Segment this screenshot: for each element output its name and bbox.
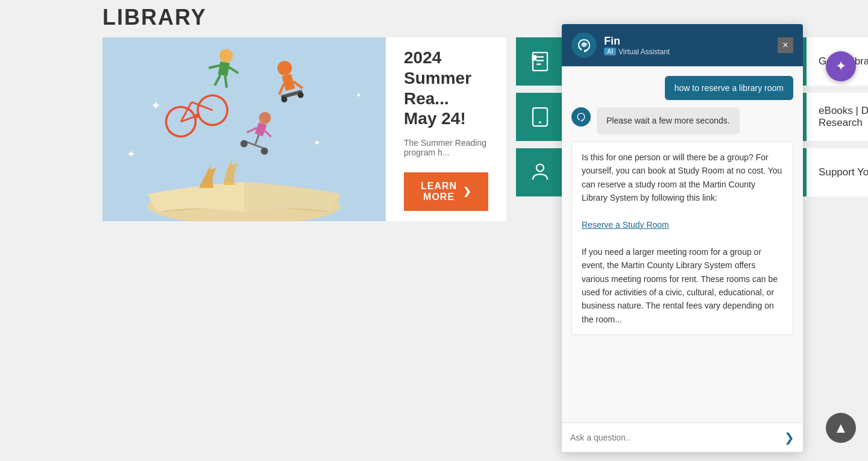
- chatbot-input-area: ❯: [562, 422, 803, 452]
- bot-wait-message: Please wait a few more seconds.: [597, 107, 740, 134]
- scroll-to-top-button[interactable]: ▲: [826, 413, 856, 443]
- bot-long-response: Is this for one person or will there be …: [571, 142, 793, 335]
- hero-subtitle: The Summer Reading program h...: [404, 138, 488, 157]
- learn-more-button[interactable]: LEARN MORE ❯: [404, 172, 488, 211]
- svg-text:✦: ✦: [127, 148, 136, 160]
- support-library-label: Support Your Library: [807, 166, 868, 178]
- hero-section: ✦ ✦ ✦ ✦ 2024 Summer Rea...May 24! The Su…: [102, 37, 506, 221]
- svg-text:✦: ✦: [151, 99, 161, 112]
- chatbot-info: Fin AI Virtual Assistant: [604, 35, 770, 56]
- chatbot-send-button[interactable]: ❯: [784, 430, 794, 445]
- chatbot-avatar: [571, 33, 597, 58]
- chatbot-panel: Fin AI Virtual Assistant × how to reserv…: [562, 24, 803, 452]
- svg-point-50: [536, 165, 544, 172]
- reserve-study-room-link[interactable]: Reserve a Study Room: [582, 220, 669, 230]
- wayfind-icon: ✦: [835, 58, 846, 74]
- hero-title: 2024 Summer Rea...May 24!: [404, 48, 488, 128]
- svg-rect-37: [532, 55, 537, 61]
- chatbot-close-button[interactable]: ×: [778, 37, 793, 53]
- learn-more-arrow-icon: ❯: [463, 186, 471, 197]
- tablet-icon: [516, 93, 564, 141]
- ai-badge: AI: [604, 48, 616, 55]
- chatbot-name: Fin: [604, 35, 770, 48]
- user-message: how to reserve a library room: [665, 76, 793, 100]
- hero-image: ✦ ✦ ✦ ✦: [102, 37, 386, 221]
- person-icon: [516, 148, 564, 196]
- document-icon: [516, 37, 564, 86]
- svg-text:✦: ✦: [313, 137, 321, 148]
- bot-wait-response: Please wait a few more seconds.: [571, 107, 793, 134]
- chatbot-subtitle: AI Virtual Assistant: [604, 48, 770, 56]
- send-arrow-icon: ❯: [784, 430, 794, 445]
- chatbot-header: Fin AI Virtual Assistant ×: [562, 24, 803, 66]
- ebooks-label: eBooks | Databases | Research: [807, 105, 868, 129]
- bot-response-text: Is this for one person or will there be …: [582, 151, 783, 205]
- hero-illustration: ✦ ✦ ✦ ✦: [102, 37, 386, 221]
- chatbot-input-field[interactable]: [570, 433, 779, 442]
- bot-avatar-small: [571, 107, 591, 127]
- svg-text:✦: ✦: [356, 91, 362, 99]
- scroll-up-icon: ▲: [834, 419, 848, 436]
- wayfind-button[interactable]: ✦: [826, 51, 856, 81]
- hero-text-area: 2024 Summer Rea...May 24! The Summer Rea…: [386, 37, 506, 221]
- chatbot-messages[interactable]: how to reserve a library room Please wai…: [562, 66, 803, 422]
- bot-group-response: If you need a larger meeting room for a …: [582, 245, 783, 326]
